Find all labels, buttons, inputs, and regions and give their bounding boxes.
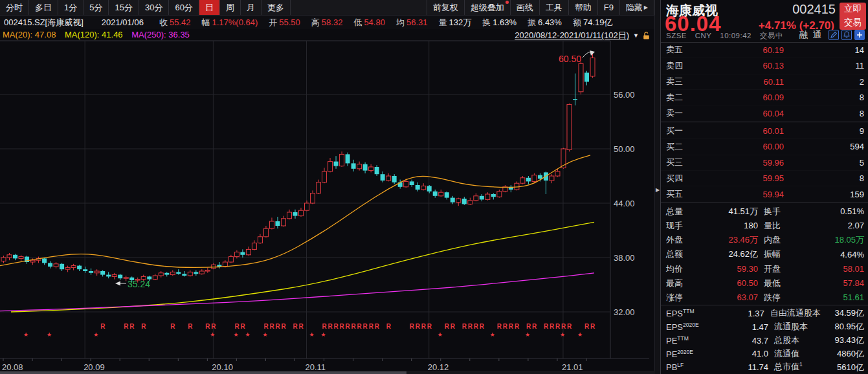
stats-row: 均价59.30开盘58.01 xyxy=(661,261,868,276)
candle-up xyxy=(404,181,408,186)
candle-down xyxy=(375,167,379,174)
stat-value: 63.07 xyxy=(702,292,758,302)
buy-level-qty: 159 xyxy=(784,190,864,199)
r-mark: R xyxy=(386,323,392,330)
tab-60min[interactable]: 60分 xyxy=(169,0,199,15)
buy-level-label: 买二 xyxy=(666,141,706,153)
candle-down xyxy=(445,192,449,197)
candle-up xyxy=(520,178,525,183)
toolbar-item-forward-adjust[interactable]: 前复权 xyxy=(427,0,465,15)
info-field-value: 56.31 xyxy=(406,17,428,27)
stat-value: 51.61 xyxy=(800,292,864,302)
info-field-value: 55.50 xyxy=(279,17,300,27)
x-axis-label: 21.01 xyxy=(562,362,583,372)
annotations: 60.5035.24 xyxy=(115,50,595,289)
star-mark: ★ xyxy=(560,331,565,338)
toolbar-item-f9[interactable]: F9 xyxy=(598,0,620,15)
candle-down xyxy=(217,265,221,267)
stat-value: 60.50 xyxy=(702,278,758,288)
sell-level-price: 60.19 xyxy=(706,45,784,55)
sell-level-row[interactable]: 卖五60.1914 xyxy=(661,43,868,58)
sell-level-row[interactable]: 卖四60.1311 xyxy=(661,58,868,74)
h-scrollbar-thumb[interactable] xyxy=(0,371,406,374)
trade-now-button[interactable]: 立即交易 xyxy=(840,3,866,30)
candlestick-chart[interactable]: 56.0050.0044.0038.0032.0020.0820.0920.10… xyxy=(0,29,655,374)
stat-label: 跌停 xyxy=(758,292,800,303)
fundamental-value: 80.95亿 xyxy=(819,321,864,333)
tab-more[interactable]: 更多 xyxy=(262,0,291,15)
buy-level-row[interactable]: 买二60.00594 xyxy=(661,139,868,155)
candle-down xyxy=(392,176,397,182)
toolbar-item-super-overlay[interactable]: 超级叠加 xyxy=(465,0,511,15)
edit-icon[interactable] xyxy=(829,30,839,40)
info-field-value: 55.42 xyxy=(170,17,191,27)
info-field-换: 换1.63% xyxy=(482,17,517,27)
sell-level-qty: 14 xyxy=(784,45,864,55)
r-mark: R xyxy=(334,323,339,330)
candle-up xyxy=(263,228,268,237)
candle-up xyxy=(223,262,227,267)
candle-down xyxy=(480,196,484,200)
sell-level-row[interactable]: 卖二60.098 xyxy=(661,90,868,105)
candle-up xyxy=(322,171,327,182)
toolbar-item-help[interactable]: 帮助 xyxy=(569,0,598,15)
candle-down xyxy=(351,163,356,168)
sell-level-row[interactable]: 卖一60.048 xyxy=(661,105,868,121)
r-mark: R xyxy=(567,323,572,330)
date-range-label[interactable]: 2020/08/12-2021/01/11(102日) xyxy=(515,30,629,41)
order-book: 卖五60.1914卖四60.1311卖三60.112卖二60.098卖一60.0… xyxy=(661,43,868,203)
margin-flag: 融 xyxy=(799,29,808,41)
buy-level-row[interactable]: 买一60.019 xyxy=(661,124,868,139)
star-mark: ★ xyxy=(23,331,28,338)
y-axis-label: 38.00 xyxy=(614,253,635,263)
tab-5min[interactable]: 5分 xyxy=(83,0,109,15)
candle-up xyxy=(532,175,537,182)
toolbar-item-hide[interactable]: 隐藏▶ xyxy=(620,0,654,15)
candle-down xyxy=(118,275,122,279)
candle-down xyxy=(491,194,496,197)
tab-15min[interactable]: 15分 xyxy=(109,0,139,15)
stat-value: 58.01 xyxy=(800,264,864,274)
x-axis-label: 20.12 xyxy=(428,362,449,372)
tab-30min[interactable]: 30分 xyxy=(139,0,169,15)
candle-up xyxy=(211,265,216,269)
stats-row: 涨停63.07跌停51.61 xyxy=(661,291,868,305)
candle-up xyxy=(305,203,309,210)
panel-divider[interactable]: ▶ xyxy=(654,0,660,374)
candle-down xyxy=(293,212,298,216)
r-mark: R xyxy=(451,323,456,330)
info-field-value: 74.19亿 xyxy=(583,17,613,27)
sell-level-price: 60.04 xyxy=(706,109,784,118)
alert-bell-icon[interactable] xyxy=(841,30,852,40)
toolbar-item-tools[interactable]: 工具 xyxy=(540,0,569,15)
info-field-label: 振 xyxy=(528,17,536,27)
buy-level-row[interactable]: 买三59.965 xyxy=(661,155,868,171)
tab-1min[interactable]: 1分 xyxy=(58,0,83,15)
r-mark: R xyxy=(416,323,421,330)
buy-level-row[interactable]: 买四59.958 xyxy=(661,171,868,186)
chevron-down-icon[interactable]: ▼ xyxy=(633,32,639,39)
candle-up xyxy=(421,186,426,190)
toolbar-item-draw-line[interactable]: 画线 xyxy=(511,0,540,15)
r-mark: R xyxy=(474,323,479,330)
tab-day[interactable]: 日 xyxy=(199,0,220,15)
sell-level-row[interactable]: 卖三60.112 xyxy=(661,74,868,90)
add-to-watchlist-icon[interactable] xyxy=(854,30,865,40)
r-mark: R xyxy=(515,323,520,330)
trading-status: 交易中 xyxy=(760,32,783,39)
info-field-均: 均56.31 xyxy=(396,17,428,27)
tab-week[interactable]: 周 xyxy=(220,0,241,15)
candle-down xyxy=(427,186,432,191)
candle-up xyxy=(369,167,373,171)
unlock-icon[interactable] xyxy=(642,31,651,40)
star-mark: ★ xyxy=(438,331,443,338)
tab-minute[interactable]: 分时 xyxy=(0,0,29,15)
buy-level-row[interactable]: 买五59.94159 xyxy=(661,186,868,202)
info-field-value: 58.32 xyxy=(322,17,343,27)
candle-down xyxy=(164,273,169,275)
stat-label: 量比 xyxy=(758,220,800,232)
x-axis-label: 20.11 xyxy=(306,362,326,372)
candle-down xyxy=(381,174,385,181)
tab-multi-day[interactable]: 多日 xyxy=(29,0,58,15)
tab-month[interactable]: 月 xyxy=(241,0,262,15)
